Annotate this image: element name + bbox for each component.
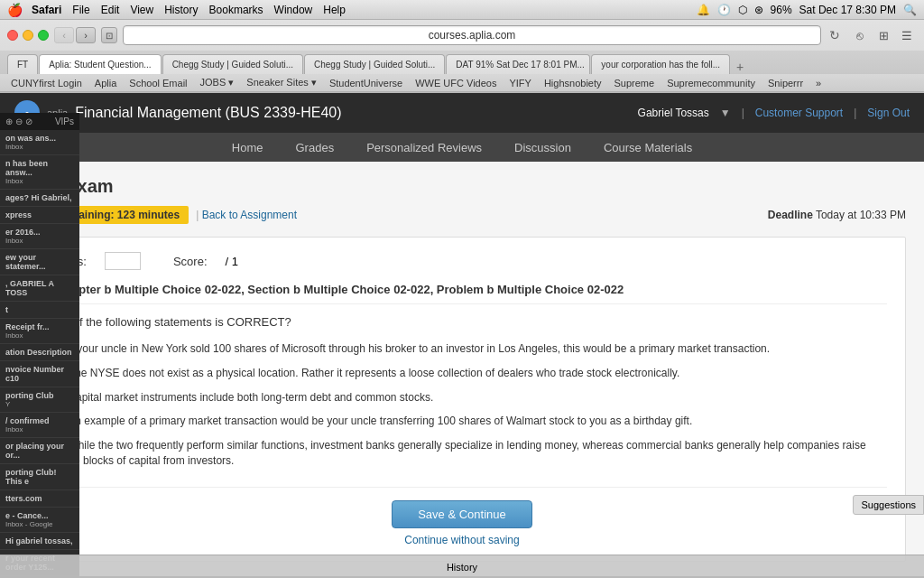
answer-option-d: d. An example of a primary market transa… [37, 414, 887, 429]
share-button[interactable]: ⎋ [850, 25, 870, 45]
refresh-button[interactable]: ↻ [825, 25, 845, 45]
email-item-xpress[interactable]: xpress [0, 207, 79, 224]
email-header-icons: ⊕ ⊖ ⊘ [5, 117, 32, 126]
email-item-15[interactable]: e - Cance... Inbox - Google [0, 508, 79, 533]
nav-course-materials[interactable]: Course Materials [587, 133, 708, 162]
score-label: Score: [173, 255, 208, 268]
maximize-window-button[interactable] [38, 30, 49, 41]
menu-file[interactable]: File [72, 4, 89, 16]
bottom-dock: History [0, 555, 924, 578]
bookmark-supremecommunity[interactable]: Supremecommunity [661, 77, 761, 89]
deadline-value: Today at 10:33 PM [816, 209, 906, 221]
separator-1: | [742, 107, 744, 119]
email-item-10[interactable]: porting Club Y [0, 387, 79, 413]
tab-ft[interactable]: FT [7, 54, 38, 74]
nav-personalized-reviews[interactable]: Personalized Reviews [350, 133, 498, 162]
bookmark-jobs[interactable]: JOBS ▾ [195, 76, 240, 89]
menu-safari[interactable]: Safari [32, 4, 61, 16]
tab-chegg1[interactable]: Chegg Study | Guided Soluti... [162, 54, 303, 74]
address-text: courses.aplia.com [429, 29, 516, 42]
apple-menu[interactable]: 🍎 [7, 3, 23, 17]
customer-support-link[interactable]: Customer Support [755, 107, 843, 119]
menu-history[interactable]: History [164, 4, 198, 16]
close-window-button[interactable] [7, 30, 18, 41]
bookmark-student-universe[interactable]: StudentUniverse [324, 77, 408, 89]
tab-aplia[interactable]: Aplia: Student Question... [39, 54, 161, 74]
email-item-receipt[interactable]: Receipt fr... Inbox [0, 319, 79, 344]
mac-menubar: 🍎 Safari File Edit View History Bookmark… [0, 0, 924, 20]
email-header: ⊕ ⊖ ⊘ VIPs [0, 113, 79, 130]
email-item-11[interactable]: / confirmed Inbox [0, 413, 79, 438]
question-text: Which of the following statements is COR… [37, 315, 887, 329]
menu-items: Safari File Edit View History Bookmarks … [32, 4, 697, 16]
email-item-2[interactable]: n has been answ... Inbox [0, 155, 79, 190]
question-chapter: 13. Chapter b Multiple Choice 02-022, Se… [37, 283, 887, 304]
menu-edit[interactable]: Edit [101, 4, 120, 16]
email-sidebar: ⊕ ⊖ ⊘ VIPs on was ans... Inbox n has bee… [0, 113, 79, 578]
bookmark-highsnobiety[interactable]: Highsnobiety [539, 77, 607, 89]
menu-view[interactable]: View [130, 4, 153, 16]
wifi-icon: ⊛ [754, 4, 763, 16]
save-continue-button[interactable]: Save & Continue [392, 500, 532, 528]
browser-window: ‹ › ⊡ courses.aplia.com ↻ ⎋ ⊞ ☰ FT Aplia… [0, 20, 924, 578]
continue-no-save-link[interactable]: Continue without saving [37, 534, 887, 546]
tab-chegg2[interactable]: Chegg Study | Guided Soluti... [304, 54, 445, 74]
aplia-page: ● aplia Financial Management (BUS 2339-H… [0, 93, 924, 578]
browser-chrome: ‹ › ⊡ courses.aplia.com ↻ ⎋ ⊞ ☰ FT Aplia… [0, 20, 924, 93]
tab-corp[interactable]: your corporation has the foll... [591, 54, 730, 74]
bookmark-cuny[interactable]: CUNYfirst Login [5, 77, 88, 89]
nav-discussion[interactable]: Discussion [498, 133, 587, 162]
back-button[interactable]: ‹ [54, 27, 74, 43]
nav-home[interactable]: Home [216, 133, 280, 162]
browser-page: ⊕ ⊖ ⊘ VIPs on was ans... Inbox n has bee… [0, 93, 924, 578]
browser-toolbar: ‹ › ⊡ courses.aplia.com ↻ ⎋ ⊞ ☰ [0, 20, 924, 51]
menu-window[interactable]: Window [274, 4, 313, 16]
bookmark-yify[interactable]: YIFY [504, 77, 536, 89]
battery-icon: 96% [771, 4, 792, 16]
email-item-1[interactable]: on was ans... Inbox [0, 130, 79, 155]
email-item-3[interactable]: ages? Hi Gabriel, [0, 190, 79, 207]
add-tab-button[interactable]: + [731, 60, 749, 74]
answer-option-b: b. The NYSE does not exist as a physical… [37, 366, 887, 381]
back-assignment-link[interactable]: Back to Assignment [196, 209, 297, 221]
notification-icon[interactable]: 🔔 [697, 4, 710, 16]
email-item-14[interactable]: tters.com [0, 490, 79, 508]
email-item-9[interactable]: nvoice Number c10 [0, 361, 79, 387]
address-bar-wrap: courses.aplia.com ↻ [123, 25, 845, 45]
nav-grades[interactable]: Grades [280, 133, 351, 162]
email-item-12[interactable]: or placing your or... [0, 438, 79, 464]
answer-text-a: a. If your uncle in New York sold 100 sh… [56, 341, 770, 357]
bookmark-sneaker[interactable]: Sneaker Sites ▾ [241, 76, 322, 89]
email-item-4[interactable]: er 2016... Inbox [0, 224, 79, 249]
bookmark-sniperrr[interactable]: Sniperrr [762, 77, 808, 89]
tab-dat[interactable]: DAT 91% Sat Dec 17 8:01 PM... [446, 54, 590, 74]
bookmark-school-email[interactable]: School Email [124, 77, 192, 89]
sidebar-button[interactable]: ☰ [897, 25, 917, 45]
menu-help[interactable]: Help [323, 4, 346, 16]
menu-bookmarks[interactable]: Bookmarks [209, 4, 263, 16]
email-item-7[interactable]: t [0, 302, 79, 319]
bookmark-aplia[interactable]: Aplia [89, 77, 122, 89]
suggestions-button[interactable]: Suggestions [853, 495, 924, 515]
deadline-label: Deadline [768, 209, 813, 221]
email-item-13[interactable]: porting Club! This e [0, 464, 79, 490]
email-item-8[interactable]: ation Description [0, 344, 79, 361]
sign-out-link[interactable]: Sign Out [867, 107, 910, 119]
dock-history[interactable]: History [447, 562, 477, 573]
attempts-input[interactable] [105, 252, 141, 270]
email-item-16[interactable]: Hi gabriel tossas, [0, 533, 79, 550]
user-name: Gabriel Tossas [638, 107, 709, 119]
search-icon[interactable]: 🔍 [903, 4, 917, 16]
address-bar[interactable]: courses.aplia.com [123, 25, 821, 45]
forward-button[interactable]: › [76, 27, 96, 43]
new-tab-button[interactable]: ⊞ [873, 25, 893, 45]
bookmark-supreme[interactable]: Supreme [609, 77, 661, 89]
email-item-5[interactable]: ew your statemer... [0, 249, 79, 275]
bookmark-overflow[interactable]: » [810, 77, 827, 89]
bookmark-wwe[interactable]: WWE UFC Videos [410, 77, 502, 89]
reader-button[interactable]: ⊡ [101, 27, 117, 43]
question-chapter-text: Chapter b Multiple Choice 02-022, Sectio… [57, 283, 624, 296]
user-dropdown-icon[interactable]: ▼ [720, 107, 731, 119]
minimize-window-button[interactable] [23, 30, 33, 41]
email-item-6[interactable]: , GABRIEL A TOSS [0, 275, 79, 302]
